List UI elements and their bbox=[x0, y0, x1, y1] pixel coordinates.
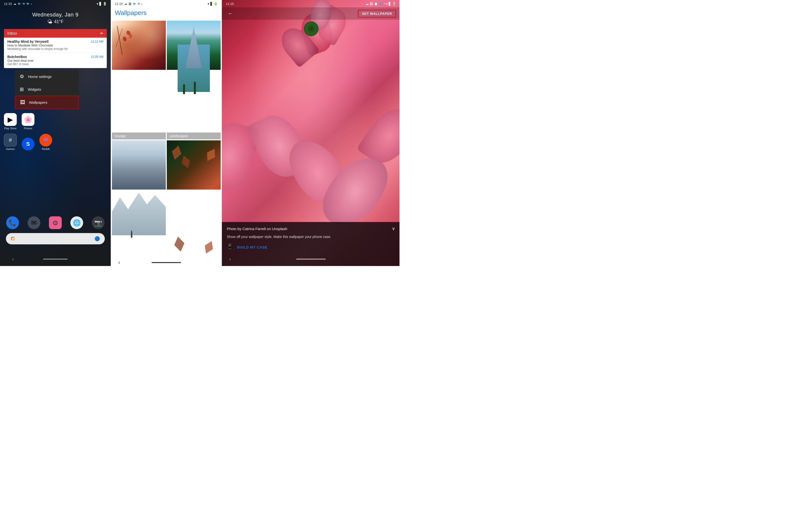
wallpaper-landscapes[interactable]: Landscapes bbox=[167, 21, 221, 139]
google-assistant-icon: 🔵 bbox=[94, 236, 100, 242]
wifi-icon: ▾ bbox=[97, 2, 98, 6]
playstore-label: Play Store bbox=[4, 127, 17, 130]
setwallpaper-header: ← SET WALLPAPER bbox=[222, 7, 400, 20]
wallpapers-menu-label: Wallpapers bbox=[29, 100, 47, 104]
wallpaper-leaves[interactable] bbox=[167, 140, 221, 259]
set-wallpaper-button[interactable]: SET WALLPAPER bbox=[358, 10, 396, 17]
email-sender-1: Healthy Mind by Verywell bbox=[7, 40, 49, 43]
photo-credit-row: Photo by Catrina Farrell on Unsplash ∨ bbox=[227, 226, 395, 231]
w-time: 11:15 bbox=[115, 2, 123, 6]
apps-row-2: # Games S 👾 Reddit bbox=[0, 132, 111, 152]
games-icon: # bbox=[4, 134, 17, 147]
mail-icon: ✉ bbox=[23, 2, 25, 5]
shazam-app[interactable]: S bbox=[22, 138, 34, 150]
email-time-1: 11:12 AM bbox=[91, 40, 103, 43]
time-home: 11:15 bbox=[4, 2, 12, 6]
instagram-icon: ⊙ bbox=[53, 219, 58, 227]
build-case-label: BUILD MY CASE bbox=[237, 245, 267, 249]
home-indicator-wallpapers[interactable] bbox=[151, 262, 181, 263]
w-cloud-icon: ☁ bbox=[125, 2, 127, 5]
menu-item-wallpapers[interactable]: 🖼 Wallpapers bbox=[15, 96, 79, 109]
email-time-2: 11:05 AM bbox=[91, 55, 103, 58]
w-dot: • bbox=[142, 2, 143, 5]
set-wallpaper-panel: 11:15 ☁ 🖼 📋 🐦 • ▾ ▋ 🔋 ← SET WALLPAPER Ph… bbox=[222, 0, 400, 266]
chevron-down-icon[interactable]: ∨ bbox=[392, 226, 395, 231]
back-nav-sw[interactable]: ‹ bbox=[229, 256, 231, 262]
w-battery: 🔋 bbox=[214, 2, 218, 6]
wallpaper-snowy[interactable] bbox=[112, 140, 166, 259]
widgets-icon: ⊞ bbox=[20, 86, 24, 92]
context-menu: ⚙ Home settings ⊞ Widgets 🖼 Wallpapers bbox=[15, 70, 79, 109]
back-button-wallpapers[interactable]: ‹ bbox=[118, 259, 120, 266]
home-indicator[interactable] bbox=[43, 259, 68, 260]
chrome-app[interactable]: 🌐 bbox=[70, 216, 83, 229]
settings-gear-icon: ⚙ bbox=[20, 74, 24, 79]
build-case-button[interactable]: 📱 BUILD MY CASE bbox=[227, 243, 395, 251]
bottom-dock: 📞 ✉ ⊙ 🌐 📷 G 🔵 bbox=[0, 214, 111, 246]
camera-app[interactable]: 📷 bbox=[92, 216, 105, 229]
games-grid-icon: # bbox=[9, 137, 12, 143]
phone-case-icon: 📱 bbox=[227, 243, 235, 251]
sw-signal-icon: ▋ bbox=[389, 2, 391, 6]
sw-cloud-icon: ☁ bbox=[366, 2, 369, 6]
edit-icon[interactable]: ✏ bbox=[100, 31, 103, 36]
email-sender-2: ButcherBox bbox=[7, 55, 27, 59]
wallpapers-panel: 11:15 ☁ 🖼 🐦 ✉ • ▾ ▋ 🔋 Wallpapers Vo bbox=[111, 0, 222, 266]
wallpapers-title: Wallpapers bbox=[115, 9, 218, 17]
promo-text: Show off your wallpaper style. Make this… bbox=[227, 234, 395, 240]
voyage-label: Voyage bbox=[112, 133, 166, 139]
w-twitter-icon: 🐦 bbox=[133, 2, 136, 5]
instagram-app[interactable]: ⊙ bbox=[49, 216, 62, 229]
photos-app[interactable]: 🌸 Photos bbox=[22, 113, 34, 130]
nav-bar-home: ‹ bbox=[0, 252, 111, 266]
leaves-thumbnail bbox=[167, 140, 221, 190]
phone-app[interactable]: 📞 bbox=[6, 216, 19, 229]
email-preview-1: Meditating with chocolate is simple enou… bbox=[7, 47, 103, 51]
search-bar[interactable]: G 🔵 bbox=[6, 233, 105, 244]
wallpaper-voyage[interactable]: Voyage bbox=[112, 21, 166, 139]
temperature: 41°F bbox=[54, 19, 63, 24]
status-bar-wallpapers: 11:15 ☁ 🖼 🐦 ✉ • ▾ ▋ 🔋 bbox=[111, 0, 222, 7]
twitter-icon-2: 🐦 bbox=[26, 2, 30, 5]
messages-app[interactable]: ✉ bbox=[27, 216, 40, 229]
home-indicator-sw[interactable] bbox=[296, 259, 326, 260]
sw-status-icons: ☁ 🖼 📋 🐦 • ▾ ▋ 🔋 bbox=[366, 2, 396, 6]
wallpapers-grid: Voyage Landscapes bbox=[111, 21, 222, 259]
email-item-2[interactable]: ButcherBox 11:05 AM Our best deal ever G… bbox=[4, 53, 107, 68]
photos-label: Photos bbox=[24, 127, 32, 130]
menu-item-home-settings[interactable]: ⚙ Home settings bbox=[15, 70, 79, 83]
status-left: 11:15 ☁ 🐦 ✉ 🐦 • bbox=[4, 2, 32, 6]
sw-wifi-icon: ▾ bbox=[386, 2, 388, 6]
sw-img-icon: 🖼 bbox=[370, 2, 373, 6]
voyage-thumbnail bbox=[112, 21, 166, 70]
email-header: Inbox ✏ bbox=[4, 29, 107, 38]
playstore-app[interactable]: ▶ Play Store bbox=[4, 113, 17, 130]
google-g-logo: G bbox=[11, 235, 15, 242]
email-widget[interactable]: Inbox ✏ Healthy Mind by Verywell 11:12 A… bbox=[4, 29, 107, 68]
back-button-setwallpaper[interactable]: ← bbox=[226, 10, 235, 18]
reddit-logo-icon: 👾 bbox=[42, 137, 49, 143]
photos-icon: 🌸 bbox=[22, 113, 34, 126]
w-mail-icon: ✉ bbox=[138, 2, 140, 5]
playstore-icon: ▶ bbox=[4, 113, 17, 126]
dot-icon: • bbox=[31, 2, 32, 5]
wallpapers-menu-icon: 🖼 bbox=[20, 99, 25, 105]
w-signal: ▋ bbox=[210, 2, 213, 6]
sw-note-icon: 📋 bbox=[374, 2, 378, 6]
home-weather: 🌤 41°F bbox=[4, 19, 107, 24]
back-button-home[interactable]: ‹ bbox=[12, 256, 14, 262]
sw-battery-icon: 🔋 bbox=[392, 2, 396, 6]
games-app[interactable]: # Games bbox=[4, 134, 17, 150]
camera-icon: 📷 bbox=[94, 219, 102, 227]
reddit-app[interactable]: 👾 Reddit bbox=[39, 134, 52, 150]
home-settings-label: Home settings bbox=[28, 75, 52, 79]
chrome-icon: 🌐 bbox=[73, 219, 81, 227]
phone-icon: 📞 bbox=[8, 219, 17, 227]
menu-item-widgets[interactable]: ⊞ Widgets bbox=[15, 83, 79, 96]
playstore-logo: ▶ bbox=[7, 116, 13, 124]
status-right: ▾ ▋ 🔋 bbox=[97, 2, 107, 6]
email-item-1[interactable]: Healthy Mind by Verywell 11:12 AM How to… bbox=[4, 38, 107, 53]
status-bar-home: 11:15 ☁ 🐦 ✉ 🐦 • ▾ ▋ 🔋 bbox=[0, 0, 111, 7]
email-subject-1: How to Meditate With Chocolate bbox=[7, 43, 103, 47]
battery-icon: 🔋 bbox=[103, 2, 107, 6]
